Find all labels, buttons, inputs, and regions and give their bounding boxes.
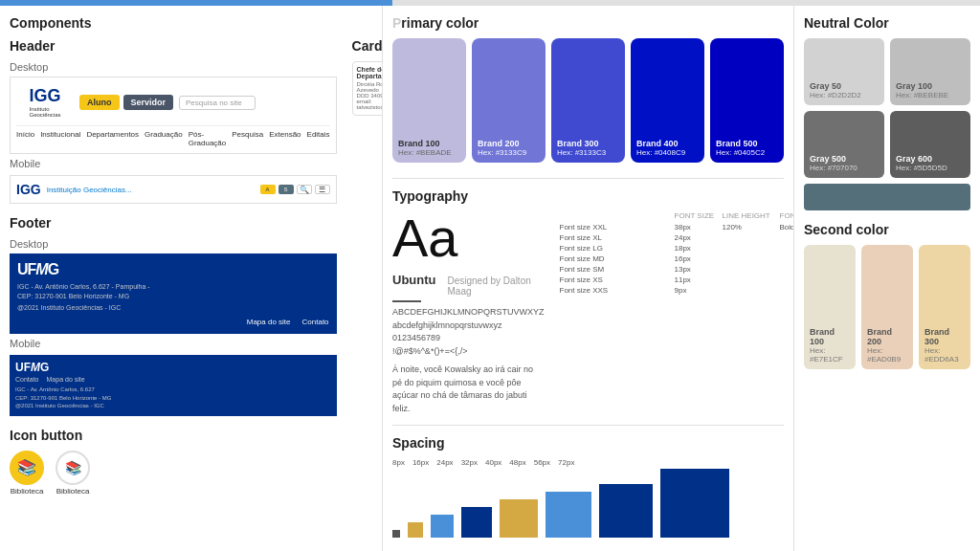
brand-200-name: Brand 200 [478, 139, 540, 148]
spacing-56 [599, 484, 653, 538]
divider-1 [392, 178, 784, 179]
font-row-lg: Font size LG 18px [560, 243, 794, 253]
footer-mobile-address: IGC - Av. Antônio Carlos, 6.627CEP: 3127… [15, 386, 331, 409]
footer-mobile-label: Mobile [10, 338, 337, 349]
mobile-logo: IGG [16, 182, 41, 197]
nav-inicio[interactable]: Início [16, 130, 34, 147]
brand-500-hex: Hex: #0405C2 [716, 148, 778, 157]
divider-2 [392, 425, 784, 426]
second-brand-100-name: Brand 100 [810, 327, 850, 346]
brand-100-swatch: Brand 100 Hex: #BEBADE [392, 38, 466, 163]
gray-600-swatch: Gray 600 Hex: #5D5D5D [890, 111, 970, 178]
col-font-weight: FONT WEIGHT [780, 211, 794, 220]
icon-circle-filled[interactable]: 📚 [10, 451, 44, 485]
spacing-16 [408, 522, 423, 538]
search-bar[interactable]: Pesquisa no site [179, 96, 256, 110]
second-brand-300-swatch: Brand 300 Hex: #EDD6A3 [919, 245, 970, 369]
footer-logo: UFMG [17, 261, 329, 278]
footer-address: IGC - Av. Antônio Carlos, 6.627 - Pampul… [17, 282, 329, 301]
nav-institucional[interactable]: Institucional [40, 130, 80, 147]
header-section: Header Desktop IGG InstitutoGeociências [10, 38, 337, 204]
neutral-swatches: Gray 50 Hex: #D2D2D2 Gray 100 Hex: #BEBE… [804, 38, 970, 178]
card-1: Chefe de Departamento Dircéia Rodrigues … [352, 61, 383, 116]
spacing-title: Spacing [392, 435, 784, 451]
accent-bar [804, 184, 970, 210]
neutral-color-section: Neutral Color Gray 50 Hex: #D2D2D2 Gray … [804, 15, 970, 210]
header-title: Header [10, 38, 337, 54]
nav-departamentos[interactable]: Departamentos [86, 130, 139, 147]
font-row-xs: Font size XS 11px [560, 275, 794, 285]
gray-100-swatch: Gray 100 Hex: #BEBEBE [890, 38, 970, 105]
font-row-xxl: Font size XXL 38px 120% Bold [560, 222, 794, 232]
components-title: Components [10, 15, 372, 31]
cards-row: Chefe de Departamento Dircéia Rodrigues … [352, 61, 383, 116]
left-column: Components Header Desktop IGG InstitutoG… [0, 6, 383, 551]
big-aa: Aa [392, 211, 545, 265]
gray-600-name: Gray 600 [896, 154, 965, 164]
nav-editais[interactable]: Editais [307, 130, 330, 147]
font-separator [392, 300, 421, 302]
second-brand-100-swatch: Brand 100 Hex: #E7E1CF [804, 245, 856, 369]
brand-100-hex: Hex: #BEBADE [398, 148, 460, 157]
mobile-menu-icon[interactable]: ☰ [315, 185, 330, 194]
cards-section: Cards Chefe de Departamento Dircéia Rodr… [352, 38, 383, 496]
footer-section: Footer Desktop UFMG IGC - Av. Antônio Ca… [10, 215, 337, 416]
gray-50-hex: Hex: #D2D2D2 [810, 91, 879, 99]
gray-50-name: Gray 50 [810, 81, 879, 91]
icon-btn-title: Icon button [10, 428, 337, 443]
footer-link-contato[interactable]: Contato [302, 318, 329, 326]
footer-mobile-mapa[interactable]: Mapa do site [47, 376, 85, 383]
spacing-boxes [392, 469, 784, 538]
nav-posgrad[interactable]: Pós-Graduação [189, 130, 227, 147]
spacing-32 [461, 507, 492, 538]
second-brand-300-name: Brand 300 [924, 327, 965, 346]
card-1-text: Dircéia Rodrigues de AzevedoDDD 3409-592… [357, 81, 383, 110]
mobile-btn1[interactable]: A [260, 185, 276, 194]
mobile-label: Mobile [10, 158, 337, 169]
brand-300-swatch: Brand 300 Hex: #3133C3 [551, 38, 625, 163]
aluno-button[interactable]: Aluno [79, 95, 120, 110]
col-line-height: LINE HEIGHT [723, 211, 780, 220]
logo-sub: InstitutoGeociências [29, 106, 60, 118]
mobile-btn2[interactable]: S [278, 185, 294, 194]
footer-mobile-contato[interactable]: Contato [15, 376, 39, 383]
spacing-labels: 8px 16px 24px 32px 40px 48px 56px 72px [392, 458, 784, 467]
primary-color-section: Primary color Brand 100 Hex: #BEBADE Bra… [392, 15, 784, 163]
spacing-24 [431, 515, 454, 538]
footer-link-mapa[interactable]: Mapa do site [247, 318, 291, 326]
middle-column: Primary color Brand 100 Hex: #BEBADE Bra… [383, 6, 794, 551]
second-brand-200-swatch: Brand 200 Hex: #EAD0B9 [861, 245, 913, 369]
icon-label-2: Biblioteca [56, 487, 90, 496]
nav-extensao[interactable]: Extensão [269, 130, 301, 147]
icon-label-1: Biblioteca [11, 487, 44, 496]
icon-btn-outline: 📚 Biblioteca [56, 451, 90, 496]
spacing-72 [660, 469, 729, 538]
spacing-40 [500, 499, 538, 538]
footer-links: Mapa do site Contato [17, 318, 329, 326]
nav-graduacao[interactable]: Graduação [145, 130, 183, 147]
icon-circle-outline[interactable]: 📚 [56, 451, 90, 485]
brand-300-name: Brand 300 [557, 139, 619, 148]
desktop-nav: Início Institucional Departamentos Gradu… [16, 125, 330, 147]
font-row-md: Font size MD 16px [560, 253, 794, 264]
cards-title: Cards [352, 38, 383, 54]
brand-400-name: Brand 400 [636, 139, 699, 148]
ubuntu-label: Ubuntu [392, 273, 435, 287]
ubuntu-sub: Designed by Dalton Maag [447, 276, 544, 297]
typo-uppercase: ABCDEFGHIJKLMNOPQRSTUVWXYZabcdefghijklmn… [392, 306, 545, 358]
typography-section: Typography Aa Ubuntu Designed by Dalton … [392, 188, 784, 415]
servidor-button[interactable]: Servidor [123, 95, 174, 110]
spacing-8 [392, 530, 400, 538]
footer-title: Footer [10, 215, 337, 231]
font-row-xl: Font size XL 24px [560, 232, 794, 243]
icon-button-section: Icon button 📚 Biblioteca 📚 Biblioteca [10, 428, 337, 496]
font-row-xxs: Font size XXS 9px [560, 285, 794, 296]
brand-200-swatch: Brand 200 Hex: #3133C9 [472, 38, 546, 163]
mobile-search-icon[interactable]: 🔍 [297, 185, 312, 194]
mobile-link[interactable]: Instituição Geociências... [47, 186, 132, 194]
typo-sample: À noite, você Kowalsky ao irá cair no pé… [392, 364, 545, 415]
second-swatches: Brand 100 Hex: #E7E1CF Brand 200 Hex: #E… [804, 245, 970, 369]
nav-pesquisa[interactable]: Pesquisa [232, 130, 263, 147]
second-brand-100-hex: Hex: #E7E1CF [810, 346, 850, 364]
second-color-title: Second color [804, 222, 970, 237]
